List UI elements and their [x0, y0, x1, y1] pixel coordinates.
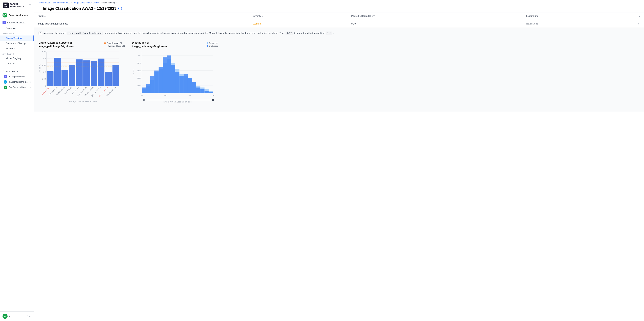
desc-prefix: subsets of the feature [44, 32, 66, 34]
expanded-detail-row: 2 subsets of the feature image_path.Imag… [34, 28, 644, 112]
bar-chart-title-line1: Macro F1 across Subsets of [38, 41, 74, 44]
breadcrumb-sep-2: / [100, 2, 100, 4]
svg-text:165: 165 [188, 94, 190, 96]
bar-chart-title-line2: image_path.ImageBrightness [38, 45, 74, 48]
legend-overall: Overall Macro F1 [104, 42, 125, 44]
detail-description: 2 subsets of the feature image_path.Imag… [38, 31, 640, 35]
svg-rect-65 [154, 70, 158, 93]
svg-rect-34 [98, 59, 105, 86]
cell-severity: Warning [249, 20, 348, 28]
dist-chart-header: Distribution of image_path.ImageBrightne… [132, 41, 218, 49]
svg-rect-30 [84, 60, 90, 86]
svg-text:0.008: 0.008 [137, 77, 141, 79]
sort-severity-icon: ↓ [262, 15, 263, 17]
svg-rect-63 [150, 76, 154, 93]
sidebar-bottom: KK ▾ ? ⚙ [0, 311, 34, 321]
table-row[interactable]: image_path.ImageBrightness Warning 0.19 … [34, 20, 644, 28]
workspace-chevron-icon: ▾ [30, 14, 32, 16]
sidebar: ROBUST INTELLIGENCE DW Demo Workspace ▾ … [0, 0, 34, 321]
desc-suffix: by more than the threshold of [294, 32, 324, 34]
svg-text:0.3: 0.3 [43, 71, 46, 73]
project-icon: I [2, 21, 6, 24]
project-item[interactable]: I Image Classifica... ··· [0, 20, 34, 25]
cell-feature-info: Not In Model [522, 20, 634, 28]
sidebar-logo-area: ROBUST INTELLIGENCE [0, 0, 34, 11]
workspace-avatar: DW [2, 13, 7, 18]
svg-text:0.012: 0.012 [137, 70, 141, 72]
svg-text:IMAGE_PATH.IMAGEBRIGHTNESS: IMAGE_PATH.IMAGEBRIGHTNESS [163, 101, 192, 103]
dist-chart-title-line1: Distribution of [132, 41, 167, 44]
breadcrumb-sep-0: / [52, 2, 52, 4]
user-chevron-icon[interactable]: ▾ [9, 315, 10, 317]
svg-point-98 [212, 99, 214, 101]
collapse-all-icon[interactable]: ▲ [638, 15, 640, 18]
svg-rect-20 [47, 71, 54, 86]
fav-arrow-icon-1: ↗ [30, 81, 32, 83]
dist-chart-svg-wrap: 00.0040.0080.0120.0160.02DENSITY55110165… [132, 50, 218, 104]
logo[interactable]: ROBUST INTELLIGENCE [3, 3, 24, 8]
legend-label-overall: Overall Macro F1 [107, 42, 122, 44]
col-feature-info: Feature Info [522, 13, 634, 20]
fav-item-0[interactable]: S ST improvements ... ↗ [0, 74, 34, 79]
svg-text:0.15: 0.15 [42, 78, 46, 80]
breadcrumb-demo-workspace[interactable]: Demo Workspace [53, 2, 70, 4]
workspace-selector[interactable]: DW Demo Workspace ▾ [0, 11, 34, 19]
legend-reference: Reference [206, 42, 218, 44]
svg-text:220: 220 [212, 94, 214, 96]
results-table: Feature Severity ↓ Macro F1 Degraded By [34, 13, 644, 112]
legend-evaluation: Evaluation [206, 45, 218, 47]
svg-text:0.45: 0.45 [42, 65, 46, 66]
breadcrumb-workspaces[interactable]: Workspaces [38, 2, 50, 4]
sidebar-item-continuous-testing[interactable]: Continuous Testing [0, 41, 34, 46]
fav-item-2[interactable]: G GAI Security Demo ↗ [0, 85, 34, 90]
svg-rect-36 [105, 72, 112, 86]
project-dots-icon[interactable]: ··· [30, 21, 32, 24]
favorites-label: Favorites [6, 70, 15, 73]
svg-rect-67 [158, 67, 163, 93]
fav-item-1[interactable]: M massimoaufiero-d... ↗ [0, 79, 34, 85]
legend-dot-overall [104, 42, 106, 44]
svg-rect-26 [69, 65, 76, 86]
artifacts-section-label: ARTIFACTS [0, 51, 34, 56]
fav-avatar-2: G [4, 86, 7, 89]
sidebar-item-datasets[interactable]: Datasets [0, 61, 34, 66]
info-icon[interactable]: i [118, 7, 122, 10]
fav-label-1: massimoaufiero-d... [9, 81, 28, 83]
overall-f1-badge: 0.52 [286, 32, 293, 35]
dist-chart-svg: 00.0040.0080.0120.0160.02DENSITY55110165… [132, 50, 215, 104]
favorites-toggle[interactable]: ☆ Favorites ▾ [0, 69, 34, 74]
breadcrumb-sep-1: / [71, 2, 72, 4]
help-icon[interactable]: ? [26, 315, 28, 318]
cell-expand[interactable]: ∧ [634, 20, 644, 28]
breadcrumb-image-classification[interactable]: Image Classification Demo [73, 2, 99, 4]
legend-label-warning: Warning Threshold [108, 45, 125, 47]
col-severity[interactable]: Severity ↓ [249, 13, 348, 20]
bar-chart-header: Macro F1 across Subsets of image_path.Im… [38, 41, 125, 49]
sidebar-item-monitors[interactable]: Monitors [0, 46, 34, 51]
svg-rect-6 [28, 6, 31, 6]
settings-icon[interactable]: ⚙ [29, 315, 32, 318]
svg-rect-0 [4, 4, 6, 5]
dist-chart-legend: Reference Evaluation [206, 42, 218, 47]
sidebar-item-overview[interactable]: Overview [0, 26, 34, 31]
dist-chart-section: Distribution of image_path.ImageBrightne… [132, 41, 218, 104]
row-collapse-icon[interactable]: ∧ [638, 22, 640, 25]
svg-rect-69 [163, 57, 167, 93]
svg-rect-22 [54, 58, 61, 86]
svg-text:0.004: 0.004 [137, 85, 141, 87]
fav-arrow-icon-0: ↗ [30, 75, 32, 78]
svg-text:DENSITY: DENSITY [132, 69, 134, 76]
sidebar-item-stress-testing[interactable]: Stress Testing [0, 36, 34, 41]
breadcrumb-stress-testing: Stress Testing [102, 2, 115, 4]
results-table-container: Feature Severity ↓ Macro F1 Degraded By [34, 13, 644, 112]
svg-rect-3 [6, 6, 7, 7]
svg-text:IMAGE_PATH.IMAGEBRIGHTNESS: IMAGE_PATH.IMAGEBRIGHTNESS [69, 101, 97, 102]
validation-section-label: VALIDATION [0, 31, 34, 36]
svg-rect-4 [28, 5, 31, 5]
sidebar-toggle-icon[interactable] [28, 4, 31, 7]
svg-rect-83 [192, 82, 196, 93]
favorites-chevron-icon: ▾ [17, 70, 18, 72]
charts-area: Macro F1 across Subsets of image_path.Im… [38, 40, 640, 106]
sidebar-item-model-registry[interactable]: Model Registry [0, 56, 34, 61]
legend-dot-evaluation [206, 45, 208, 47]
